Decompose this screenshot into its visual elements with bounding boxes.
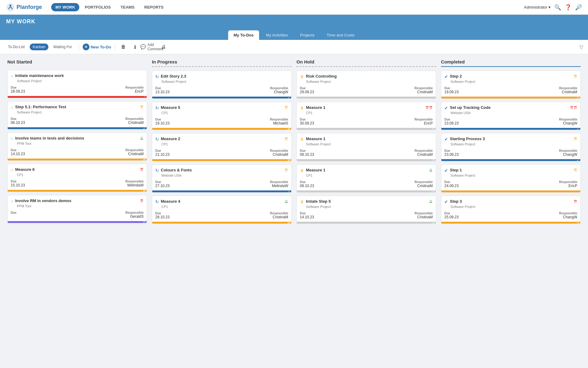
column-header-on-hold: On Hold <box>296 59 436 67</box>
card-footer <box>441 190 580 192</box>
card-priority-icon: ⇈ <box>140 105 144 109</box>
card-status-icon: ↻ <box>155 137 159 142</box>
card-footer-icon: ✓ <box>288 190 290 193</box>
card-due-value: 28.09.23 <box>11 89 25 94</box>
card-footer: ✓ <box>441 128 580 130</box>
kanban-card[interactable]: ○Step 5.1: Performance Test⇈Software Pro… <box>7 101 147 129</box>
card-project: Software Project <box>450 174 577 177</box>
kanban-card[interactable]: ↻Measure 4⇊CP1Due28.10.23ResponsibleCris… <box>152 196 292 224</box>
card-due-value: 15.10.23 <box>11 183 25 187</box>
card-footer-icon: ✓ <box>577 127 579 130</box>
card-project: Software Project <box>450 142 577 146</box>
card-status-icon: ⏸ <box>300 168 304 173</box>
card-due-label: Due <box>155 149 170 152</box>
page-title: MY WORK <box>6 18 36 25</box>
kanban-board: Not Started○Initiate maintenance workSof… <box>0 54 588 368</box>
card-resp-label: Responsible <box>126 180 144 183</box>
card-priority-icon: ⇊ <box>285 199 288 204</box>
kanban-card[interactable]: ○Involve RM in vendors demos⇈PPM ToolDue… <box>7 195 147 223</box>
help-icon[interactable]: ❓ <box>565 4 571 11</box>
kanban-card[interactable]: ↻Measure 2⇈CP1Due21.10.23ResponsibleCris… <box>152 133 292 161</box>
print-button[interactable]: 🖨 <box>159 42 168 52</box>
card-title: Measure 1 <box>306 105 424 110</box>
card-resp-value: CristinaM <box>270 152 288 157</box>
card-footer: ✓ <box>152 190 291 192</box>
search-icon[interactable]: 🔍 <box>554 4 561 11</box>
new-todo-button[interactable]: + New To-Do <box>83 44 111 50</box>
card-status-icon: ✔ <box>444 168 448 173</box>
zoom-icon[interactable]: 🔎 <box>575 4 582 11</box>
kanban-card[interactable]: ⏸Measure 1Software ProjectDue08.10.23Res… <box>296 133 436 161</box>
tab-time-costs[interactable]: Time and Costs <box>321 30 360 40</box>
card-footer-icon: ✓ <box>143 127 145 130</box>
nav-reports[interactable]: REPORTS <box>140 3 168 11</box>
kanban-card[interactable]: ○Measure 6⇈CP1Due15.10.23ResponsibleMeli… <box>7 164 147 192</box>
kanban-card[interactable]: ✔Starting Process 3⇈Software ProjectDue2… <box>441 133 581 161</box>
kanban-card[interactable]: ✔Step 2⇈Software ProjectDue19.09.23Respo… <box>441 71 581 99</box>
card-footer-icon: ⇌ <box>288 159 290 162</box>
card-title: Initiate maintenance work <box>15 73 142 79</box>
card-due-label: Due <box>155 118 170 121</box>
card-due-value: 13.10.23 <box>155 90 170 94</box>
card-footer: ✓ <box>8 127 147 129</box>
delete-button[interactable]: 🗑 <box>119 42 128 52</box>
card-due-label: Due <box>444 149 459 152</box>
tab-my-activities[interactable]: My Activities <box>260 30 293 40</box>
card-project: Software Project <box>306 142 433 146</box>
card-due-value: 14.10.23 <box>300 215 314 219</box>
card-resp-label: Responsible <box>270 212 288 215</box>
card-due-value: 27.10.23 <box>155 184 170 188</box>
card-due-label: Due <box>444 180 459 184</box>
kanban-column-not-started: Not Started○Initiate maintenance workSof… <box>5 59 149 368</box>
card-project: Software Project <box>450 205 577 209</box>
card-due-value: 30.09.23 <box>300 121 314 125</box>
card-footer: ⇌ <box>152 222 291 224</box>
card-priority-icon: ⇊ <box>429 168 433 173</box>
card-status-icon: ✔ <box>444 137 448 142</box>
view-todo-btn[interactable]: To-Do-List <box>5 44 28 50</box>
card-resp-label: Responsible <box>270 180 288 184</box>
nav-teams[interactable]: TEAMS <box>116 3 139 11</box>
kanban-card[interactable]: ✔Set up Tracking Code⇈⇈Website USADue23.… <box>441 102 581 130</box>
nav-my-work[interactable]: MY WORK <box>51 3 79 11</box>
card-due-value: 25.09.23 <box>444 215 459 219</box>
add-comment-button[interactable]: 💬 Add Comment <box>147 42 156 52</box>
card-project: CP1 <box>17 173 144 177</box>
card-status-icon: ✔ <box>444 105 448 110</box>
kanban-card[interactable]: ↻Edit Story 2.3Software ProjectDue13.10.… <box>152 71 292 99</box>
card-title: Involve RM in vendors demos <box>15 198 138 204</box>
tab-bar: My To-Dos My Activities Projects Time an… <box>0 29 588 40</box>
card-due-value: 19.09.23 <box>444 90 459 94</box>
info-button[interactable]: ℹ <box>130 42 140 52</box>
filter-icon[interactable]: ▽ <box>579 44 583 50</box>
kanban-card[interactable]: ⏸Risk ControllingSoftware ProjectDue29.0… <box>296 71 436 99</box>
kanban-card[interactable]: ⏸Measure 1⇊CP1Due08.10.23ResponsibleCris… <box>296 164 436 193</box>
kanban-card[interactable]: ⏸Measure 1⇈⇈CP1Due30.09.23ResponsibleEri… <box>296 102 436 130</box>
tab-my-todos[interactable]: My To-Dos <box>228 30 259 40</box>
card-title: Step 1 <box>450 168 572 173</box>
card-resp-label: Responsible <box>270 86 288 90</box>
view-waiting-btn[interactable]: Waiting For <box>50 44 75 50</box>
kanban-card[interactable]: ✔Step 1⇈Software ProjectDue24.09.23Respo… <box>441 164 581 193</box>
kanban-card[interactable]: ✔Step 3⇈Software ProjectDue25.09.23Respo… <box>441 196 581 224</box>
kanban-card[interactable]: ↻Measure 5⇈CP1Due19.10.23ResponsibleMich… <box>152 102 292 130</box>
card-status-icon: ⏸ <box>300 199 304 204</box>
card-due-value: 23.09.23 <box>444 121 459 125</box>
kanban-card[interactable]: ⏸Intiate Step 5⇊Software ProjectDue14.10… <box>296 196 436 224</box>
card-status-icon: ○ <box>11 136 13 141</box>
kanban-card[interactable]: ○Initiate maintenance workSoftware Proje… <box>7 70 147 98</box>
admin-label[interactable]: Administrator ▾ <box>524 5 551 10</box>
tab-projects[interactable]: Projects <box>295 30 320 40</box>
nav-portfolios[interactable]: PORTFOLIOS <box>81 3 115 11</box>
card-title: Starting Process 3 <box>450 136 572 142</box>
card-priority-icon: ⇈ <box>285 168 288 173</box>
logo[interactable]: Planforge <box>6 3 42 12</box>
card-priority-icon: ⇊ <box>140 136 144 141</box>
kanban-card[interactable]: ↻Colours & Fonts⇈Website USADue27.10.23R… <box>152 164 292 193</box>
card-footer: ⊙ <box>8 221 147 223</box>
card-title: Measure 1 <box>306 168 427 173</box>
card-priority-icon: ⇈ <box>140 167 144 172</box>
view-kanban-btn[interactable]: Kanban <box>30 44 48 50</box>
kanban-card[interactable]: ○Involve teams in tests and decisions⇊PP… <box>7 132 147 161</box>
card-priority-icon: ⇈ <box>285 105 288 110</box>
